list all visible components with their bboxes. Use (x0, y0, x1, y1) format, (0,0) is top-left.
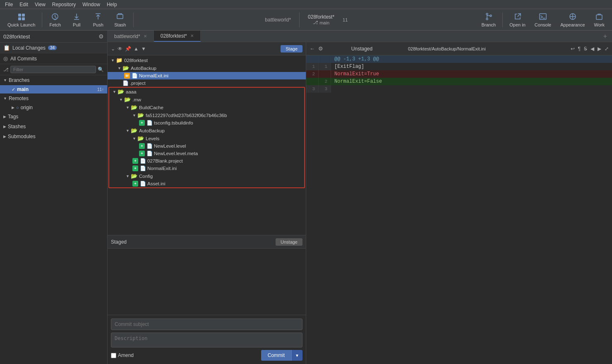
tree-row-028forktest[interactable]: ▼ 📁 028forktest (108, 56, 306, 64)
battleworld-tab-header[interactable]: battleworld* ✕ (108, 31, 154, 42)
menu-bar: File Edit View Repository Window Help (0, 0, 612, 9)
file-panel-pin-icon[interactable]: 📌 (125, 46, 131, 52)
all-commits-item[interactable]: ◎ All Commits (0, 53, 107, 64)
tree-row-aaaa[interactable]: ▼ 📂 aaaa (109, 88, 304, 96)
tree-row-buildcache[interactable]: ▼ 📂 BuildCache (109, 103, 304, 111)
folder-icon: 📂 (131, 127, 137, 134)
sidebar-settings-icon[interactable]: ⚙ (98, 33, 104, 40)
unstage-button[interactable]: Unstage (276, 238, 302, 246)
tree-row-autobackup-1[interactable]: ▼ 📂 AutoBackup (108, 64, 306, 72)
battleworld-tab-close[interactable]: ✕ (144, 34, 147, 38)
tab-divider (299, 12, 300, 27)
commit-description-input[interactable] (111, 333, 302, 347)
commit-main-button[interactable]: Commit (261, 350, 291, 361)
diff-nav-left-icon[interactable]: ← (310, 46, 315, 52)
file-panel-up-icon[interactable]: ▲ (134, 46, 139, 52)
diff-wrap-icon[interactable]: ↩ (571, 46, 575, 52)
svg-point-7 (486, 18, 488, 20)
main-container: 028forktest ⚙ 📋 Local Changes 34 ◎ All C… (0, 31, 612, 364)
pull-icon (72, 12, 81, 21)
file-icon: 📄 (146, 143, 153, 149)
tree-row-assetini[interactable]: + 📄 Asset.ini (109, 180, 304, 187)
stashes-item[interactable]: ▶ Stashes (0, 122, 107, 132)
console-button[interactable]: Console (530, 10, 555, 29)
branch-button[interactable]: Branch (477, 10, 500, 29)
open-in-button[interactable]: Open in (505, 10, 530, 29)
appearance-button[interactable]: Appearance (556, 10, 589, 29)
tree-row-tsconfig[interactable]: + 📄 tsconfig.tsbuildinfo (109, 119, 304, 127)
chevron-icon: ▼ (119, 98, 124, 102)
commit-footer: Amend Commit ▼ (111, 350, 302, 361)
local-changes-item[interactable]: 📋 Local Changes 34 (0, 43, 107, 53)
add-tab-button[interactable]: + (598, 31, 612, 42)
tree-item-name: Asset.ini (147, 181, 165, 186)
diff-new-linenum-4: 3 (319, 85, 331, 93)
push-button[interactable]: Push (88, 10, 108, 29)
origin-item[interactable]: ▶ ○ origin (0, 103, 107, 112)
menu-edit[interactable]: Edit (16, 1, 31, 8)
local-changes-count: 34 (48, 46, 57, 50)
submodules-item[interactable]: ▶ Submodules (0, 132, 107, 141)
repo-name: 028forktest (3, 34, 30, 40)
tree-row-levels[interactable]: ▼ 📂 Levels (109, 134, 304, 142)
menu-help[interactable]: Help (103, 1, 120, 8)
tree-row-autobackup-2[interactable]: ▼ 📂 AutoBackup (109, 127, 304, 134)
diff-arrow-left-icon[interactable]: ◀ (590, 46, 594, 52)
tabs-row: battleworld* ✕ 028forktest* ✕ + (108, 31, 612, 42)
file-panel-eye-icon[interactable]: 👁 (118, 46, 122, 52)
branch-main-item[interactable]: ✓ main 11↑ (0, 85, 107, 93)
menu-view[interactable]: View (31, 1, 49, 8)
submodules-label: Submodules (8, 134, 36, 139)
tree-row-027blank[interactable]: + 📄 027Blank.project (109, 157, 304, 165)
pull-button[interactable]: Pull (66, 10, 87, 29)
branches-header[interactable]: ▼ Branches (0, 75, 107, 85)
quick-launch-button[interactable]: Quick Launch (3, 10, 39, 29)
menu-repository[interactable]: Repository (49, 1, 79, 8)
stage-button[interactable]: Stage (281, 45, 302, 53)
tags-chevron: ▶ (3, 115, 6, 119)
remotes-header[interactable]: ▼ Remotes (0, 93, 107, 103)
commit-arrow-button[interactable]: ▼ (291, 350, 302, 361)
fetch-icon (50, 12, 60, 21)
main-repo-tab-header[interactable]: 028forktest* ✕ (154, 31, 201, 42)
diff-new-linenum (319, 55, 331, 63)
commit-subject-input[interactable] (111, 318, 302, 330)
ahead-count: 11 (343, 17, 348, 22)
battleworld-tab[interactable]: battleworld* (265, 17, 291, 23)
tree-row-fa512[interactable]: ▼ 📂 fa5122297cd9d237b632f06c7b46c36b (109, 111, 304, 119)
amend-label[interactable]: Amend (111, 352, 134, 358)
tree-row-mw[interactable]: ▼ 📂 .mw (109, 96, 304, 103)
tree-row-normalexit-1[interactable]: M 📄 NormalExit.ini (108, 72, 306, 79)
tree-row-normalexit-2[interactable]: + 📄 NormalExit.ini (109, 165, 304, 172)
main-repo-tab-close[interactable]: ✕ (190, 34, 194, 38)
tree-row-project[interactable]: 📄 .project (108, 79, 306, 87)
tree-row-newlevel-meta[interactable]: + 📄 NewLevel.level.meta (109, 150, 304, 157)
diff-expand-icon[interactable]: ⤢ (605, 46, 609, 52)
tags-item[interactable]: ▶ Tags (0, 112, 107, 122)
filter-search-icon[interactable]: 🔍 (98, 67, 104, 72)
tree-row-newlevel[interactable]: + 📄 NewLevel.level (109, 142, 304, 150)
main-repo-tab[interactable]: 028forktest* ⎇ main (308, 14, 334, 25)
diff-old-linenum (306, 55, 319, 63)
svg-rect-1 (22, 14, 25, 17)
stash-button[interactable]: Stash (109, 10, 131, 29)
diff-line-content-1: [ExitFlag] (331, 63, 612, 70)
diff-arrow-right-icon[interactable]: ▶ (598, 46, 601, 52)
file-panel-down-icon[interactable]: ▼ (141, 46, 146, 52)
staged-tree (108, 249, 306, 315)
unstaged-label: Unstaged (351, 46, 372, 52)
add-badge: + (139, 143, 145, 149)
menu-file[interactable]: File (2, 1, 16, 8)
tree-row-config[interactable]: ▼ 📂 Config (109, 172, 304, 180)
diff-settings-icon[interactable]: ⚙ (318, 46, 323, 52)
file-panel-chevron-down-icon[interactable]: ⌄ (111, 46, 115, 52)
work-button[interactable]: Work (590, 10, 609, 29)
diff-strikethrough-icon[interactable]: S̶ (584, 46, 587, 52)
diff-line-content-3: NormalExit=False (331, 78, 612, 85)
toolbar-divider-2 (133, 12, 134, 27)
diff-pilcrow-icon[interactable]: ¶ (578, 46, 581, 52)
menu-window[interactable]: Window (79, 1, 103, 8)
sidebar-filter-input[interactable] (10, 66, 96, 73)
fetch-button[interactable]: Fetch (45, 10, 65, 29)
amend-checkbox[interactable] (111, 353, 116, 358)
